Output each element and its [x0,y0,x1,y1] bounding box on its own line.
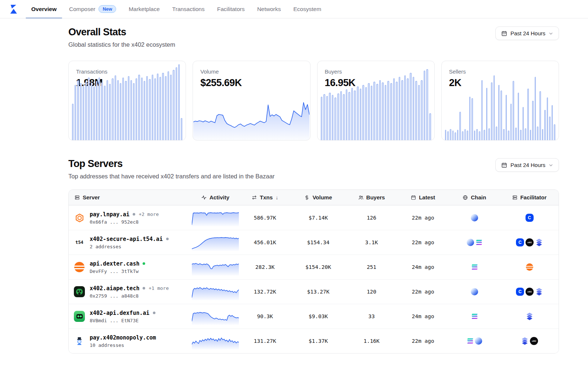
chain-icons [449,314,500,319]
top-servers-table: Server Activity Txns ↓ Volume Buyers [68,189,559,353]
server-cell[interactable]: pay.lnpay.ai +2 more 0x66fa ... 952ec8 [69,211,191,225]
col-label: Activity [209,194,229,200]
volume-value: $13.27K [291,289,346,295]
tab-overview[interactable]: Overview [25,0,63,18]
activity-sparkline [192,283,239,300]
top-servers-header: Top Servers Top addresses that have rece… [68,158,559,180]
chevron-down-icon [549,31,553,36]
latest-value: 24m ago [397,264,449,270]
x402-icon: x402 [530,337,538,345]
col-latest[interactable]: Latest [397,194,449,200]
server-name[interactable]: api.dexter.cash [90,260,139,267]
txns-value: 131.27K [239,338,291,344]
facilitator-icons: Cx402 [500,238,559,246]
buyers-value: 120 [346,289,397,295]
col-buyers[interactable]: Buyers [346,194,397,200]
server-name[interactable]: x402-api.dexfun.ai [90,310,150,316]
latest-value: 22m ago [397,239,449,245]
coinbase-icon: C [516,238,524,246]
tab-marketplace[interactable]: Marketplace [122,0,166,18]
x402-logo-icon[interactable] [9,0,18,18]
col-txns[interactable]: Txns ↓ [239,194,291,200]
col-label: Facilitator [520,194,547,200]
tab-label: Marketplace [129,6,159,13]
layers-icon [526,313,533,320]
tab-transactions[interactable]: Transactions [166,0,211,18]
coinbase-icon: C [526,214,534,222]
table-row[interactable]: pay.lnpay.ai +2 more 0x66fa ... 952ec8 5… [69,205,559,230]
server-name[interactable]: x402-secure-api.t54.ai [90,236,163,242]
activity-sparkline [192,308,239,325]
status-dot [153,312,155,314]
lnpay-avatar-icon [74,212,85,223]
tab-label: Composer [69,6,96,13]
server-cell[interactable]: x402-api.dexfun.ai 8VBmdi ... EtN73E [69,310,191,323]
activity-cell [191,209,239,226]
txns-value: 90.3K [239,313,291,319]
volume-area-chart [193,99,309,140]
server-address: DevFFy ... 3tTkTw [90,269,148,274]
tab-networks[interactable]: Networks [251,0,287,18]
activity-sparkline [192,333,239,349]
solana-icon [476,240,482,245]
server-name[interactable]: pay.lnpay.ai [90,211,129,218]
table-row[interactable]: t54 x402-secure-api.t54.ai 2 addresses 4… [69,230,559,255]
globe-icon [463,195,468,200]
col-activity[interactable]: Activity [191,194,239,200]
tab-label: Facilitators [217,6,245,13]
table-row[interactable]: x402-api.dexfun.ai 8VBmdi ... EtN73E 90.… [69,304,559,328]
tab-ecosystem[interactable]: Ecosystem [287,0,327,18]
col-volume[interactable]: Volume [291,194,346,200]
tab-label: Ecosystem [293,6,321,13]
calendar-icon [501,162,507,168]
latest-value: 22m ago [397,338,449,344]
overall-stats-title: Overall Stats [68,26,175,38]
server-name[interactable]: x402.aiape.tech [90,285,139,292]
txns-value: 456.01K [239,239,291,245]
latest-value: 22m ago [397,215,449,221]
col-label: Txns [260,194,273,200]
col-server[interactable]: Server [69,194,191,200]
dollar-icon [304,195,309,200]
base-icon [475,337,482,345]
dexter-icon [526,263,533,271]
tab-composer[interactable]: ComposerNew [63,0,122,18]
server-cell[interactable]: api.dexter.cash DevFFy ... 3tTkTw [69,260,191,274]
volume-value: $154.34 [291,239,346,245]
base-icon [467,239,474,246]
transactions-bar-chart [72,61,182,140]
time-filter-dropdown[interactable]: Past 24 Hours [495,26,559,40]
server-cell[interactable]: x402.aiape.tech +1 more 0x2759 ... a848c… [69,285,191,299]
table-row[interactable]: x402.aiape.tech +1 more 0x2759 ... a848c… [69,279,559,304]
chain-icons [449,239,500,246]
facilitator-icons: Cx402 [500,288,559,296]
more-addresses-label: +2 more [139,212,159,217]
solana-icon [467,338,473,344]
server-name[interactable]: pay.x402monopoly.com [90,334,156,341]
facilitator-icons [500,313,559,320]
status-dot [133,213,135,216]
server-cell[interactable]: t54 x402-secure-api.t54.ai 2 addresses [69,236,191,249]
latest-value: 24m ago [397,313,449,319]
aiape-avatar-icon [74,286,85,297]
table-row[interactable]: pay.x402monopoly.com 10 addresses 131.27… [69,328,559,353]
table-row[interactable]: api.dexter.cash DevFFy ... 3tTkTw 282.3K… [69,255,559,279]
dexter-avatar-icon [74,262,85,272]
server-cell[interactable]: pay.x402monopoly.com 10 addresses [69,334,191,348]
sort-desc-icon[interactable]: ↓ [276,195,278,200]
layers-icon [535,239,543,246]
time-filter-label: Past 24 Hours [510,30,545,36]
col-chain[interactable]: Chain [449,194,500,200]
time-filter-dropdown[interactable]: Past 24 Hours [495,158,559,172]
tab-label: Overview [31,6,57,13]
col-label: Buyers [366,194,385,200]
tab-facilitators[interactable]: Facilitators [211,0,251,18]
activity-sparkline [192,234,239,251]
activity-cell [191,259,239,276]
col-label: Chain [471,194,486,200]
col-facilitator[interactable]: Facilitator [500,194,559,200]
stat-card-transactions: Transactions 1.98M [68,61,186,141]
server-address: 10 addresses [90,342,159,348]
volume-value: $7.14K [291,215,346,221]
buyers-value: 33 [346,313,397,319]
